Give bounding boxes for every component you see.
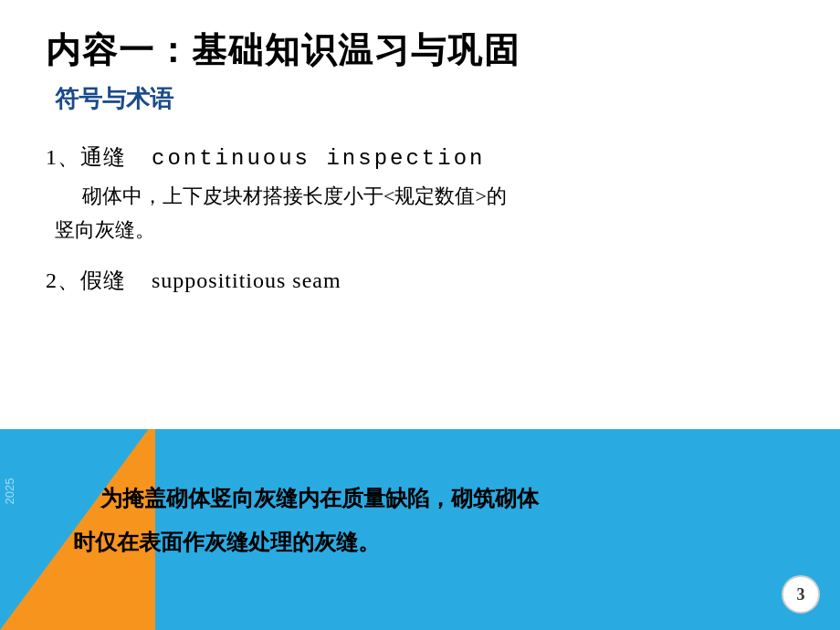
term-1-desc-line1: 砌体中，上下皮块材搭接长度小于<规定数值>的: [46, 179, 794, 213]
subtitle: 符号与术语: [55, 83, 794, 115]
term-1-english: continuous inspection: [152, 146, 485, 171]
term-2: 2、假缝 supposititious seam: [46, 266, 794, 295]
bottom-text-line1: 为掩盖砌体竖向灰缝内在质量缺陷，砌筑砌体: [55, 484, 803, 513]
term-2-header: 2、假缝 supposititious seam: [46, 266, 794, 295]
slide-container: 内容一：基础知识温习与巩固 符号与术语 1、通缝 continuous insp…: [0, 0, 840, 630]
term-1-number: 1、通缝: [46, 145, 126, 169]
term-1: 1、通缝 continuous inspection 砌体中，上下皮块材搭接长度…: [46, 142, 794, 247]
term-1-header: 1、通缝 continuous inspection: [46, 142, 794, 172]
term-2-english: supposititious seam: [152, 268, 341, 292]
bottom-text-area: 为掩盖砌体竖向灰缝内在质量缺陷，砌筑砌体 时仅在表面作灰缝处理的灰缝。: [55, 484, 803, 557]
term-2-number: 2、假缝: [46, 268, 126, 292]
bottom-text-line2: 时仅在表面作灰缝处理的灰缝。: [55, 528, 803, 557]
main-title: 内容一：基础知识温习与巩固: [46, 27, 794, 74]
year-watermark: 2025: [3, 478, 16, 505]
page-number: 3: [782, 575, 820, 614]
term-1-desc-line2: 竖向灰缝。: [46, 213, 794, 247]
